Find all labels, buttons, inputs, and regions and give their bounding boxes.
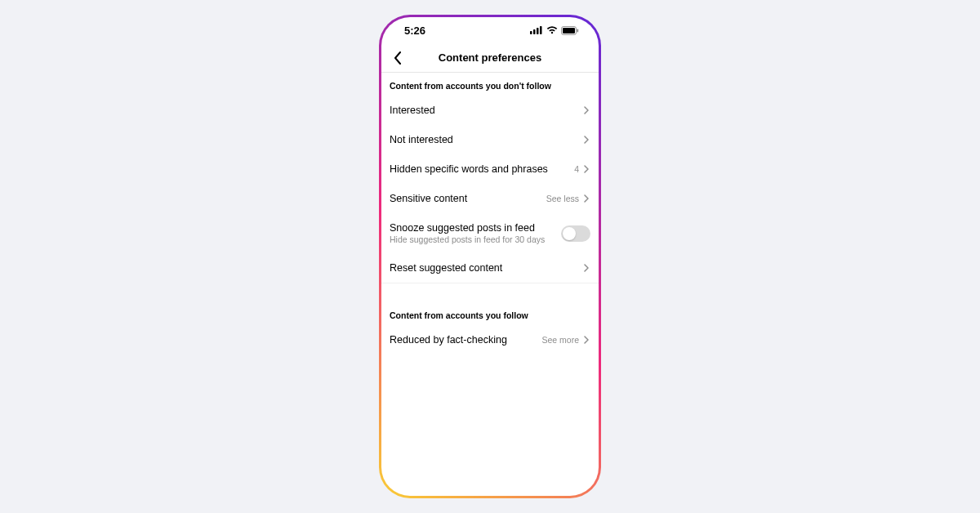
row-not-interested[interactable]: Not interested <box>381 125 599 154</box>
section-divider <box>381 283 599 302</box>
chevron-right-icon <box>582 164 590 174</box>
row-reset-suggested[interactable]: Reset suggested content <box>381 253 599 283</box>
chevron-right-icon <box>582 135 590 145</box>
row-sensitive-content[interactable]: Sensitive content See less <box>381 184 599 213</box>
phone-screen: 5:26 Content preferences Content from a <box>381 17 599 496</box>
status-bar: 5:26 <box>381 17 599 43</box>
wifi-icon <box>546 26 558 34</box>
status-time: 5:26 <box>404 25 425 37</box>
row-value: 4 <box>574 164 579 174</box>
row-fact-checking[interactable]: Reduced by fact-checking See more <box>381 325 599 355</box>
section-header-unfollowed: Content from accounts you don't follow <box>381 73 599 96</box>
row-value: See more <box>541 335 579 345</box>
row-label: Hidden specific words and phrases <box>390 163 574 175</box>
svg-rect-5 <box>563 28 575 33</box>
row-snooze-suggested: Snooze suggested posts in feed Hide sugg… <box>381 213 599 253</box>
row-label: Not interested <box>390 134 582 145</box>
row-hidden-words[interactable]: Hidden specific words and phrases 4 <box>381 154 599 184</box>
snooze-toggle[interactable] <box>561 225 590 242</box>
svg-rect-1 <box>533 29 536 34</box>
status-icons <box>530 26 579 35</box>
svg-rect-2 <box>537 28 539 34</box>
row-label: Reduced by fact-checking <box>390 334 541 346</box>
toggle-knob <box>563 227 576 240</box>
chevron-right-icon <box>582 263 590 273</box>
chevron-right-icon <box>582 105 590 115</box>
row-label: Snooze suggested posts in feed <box>390 222 561 234</box>
section-header-followed: Content from accounts you follow <box>381 302 599 325</box>
phone-frame: 5:26 Content preferences Content from a <box>379 15 601 498</box>
back-button[interactable] <box>388 48 408 68</box>
row-value: See less <box>546 194 579 203</box>
chevron-left-icon <box>394 51 402 65</box>
row-sublabel: Hide suggested posts in feed for 30 days <box>390 234 561 244</box>
svg-rect-3 <box>540 26 542 34</box>
nav-bar: Content preferences <box>381 43 599 73</box>
row-label: Interested <box>390 105 582 116</box>
page-title: Content preferences <box>439 51 541 64</box>
chevron-right-icon <box>582 194 590 203</box>
cellular-icon <box>530 26 543 34</box>
svg-rect-6 <box>577 29 579 32</box>
row-label: Sensitive content <box>390 193 546 204</box>
row-label: Reset suggested content <box>390 262 582 274</box>
chevron-right-icon <box>582 335 590 345</box>
svg-rect-0 <box>530 31 532 34</box>
row-interested[interactable]: Interested <box>381 96 599 125</box>
battery-icon <box>561 26 579 35</box>
